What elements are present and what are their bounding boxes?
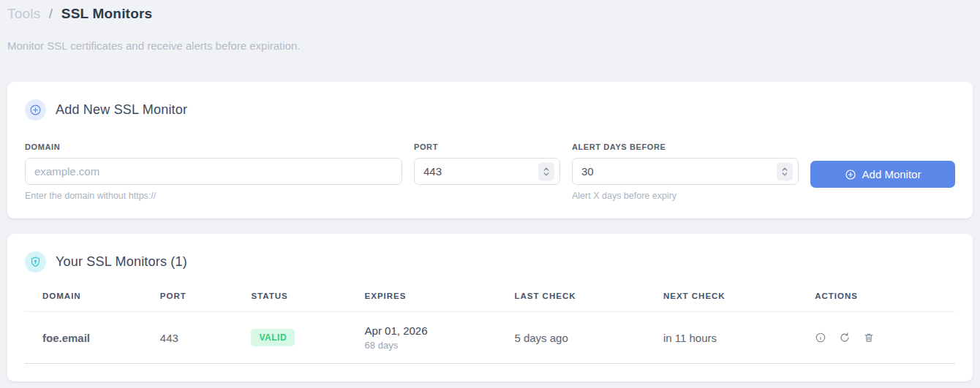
alert-days-label: ALERT DAYS BEFORE — [572, 142, 799, 151]
monitors-card: Your SSL Monitors (1) DOMAIN PORT STATUS… — [7, 234, 973, 381]
port-stepper[interactable] — [538, 162, 554, 180]
add-monitor-button-label: Add Monitor — [862, 168, 921, 180]
monitors-header: Your SSL Monitors (1) — [25, 251, 955, 273]
port-field-group: PORT — [414, 142, 560, 185]
plus-circle-icon — [845, 169, 856, 180]
alert-days-helper-text: Alert X days before expiry — [572, 191, 799, 201]
info-icon — [815, 332, 826, 343]
breadcrumb-tools-link[interactable]: Tools — [7, 6, 40, 21]
add-monitor-form: DOMAIN Enter the domain without https://… — [25, 142, 955, 201]
ssl-monitors-page: Tools / SSL Monitors Monitor SSL certifi… — [0, 0, 980, 381]
breadcrumb: Tools / SSL Monitors — [7, 6, 973, 22]
column-header-domain: DOMAIN — [25, 283, 154, 312]
submit-field-group: Add Monitor — [810, 142, 955, 188]
column-header-port: PORT — [154, 283, 246, 312]
monitor-last-check: 5 days ago — [508, 312, 657, 364]
column-header-actions: ACTIONS — [809, 283, 955, 312]
column-header-next-check: NEXT CHECK — [657, 283, 809, 312]
domain-label: DOMAIN — [25, 142, 402, 151]
domain-helper-text: Enter the domain without https:// — [25, 191, 402, 201]
row-actions — [815, 332, 949, 343]
breadcrumb-separator: / — [49, 6, 53, 21]
port-label: PORT — [414, 142, 560, 151]
table-header-row: DOMAIN PORT STATUS EXPIRES LAST CHECK NE… — [25, 283, 955, 312]
page-subtitle: Monitor SSL certificates and receive ale… — [7, 39, 973, 52]
status-badge: VALID — [251, 329, 295, 346]
refresh-icon — [839, 332, 851, 343]
monitors-title: Your SSL Monitors (1) — [56, 254, 187, 270]
add-monitor-card: Add New SSL Monitor DOMAIN Enter the dom… — [7, 82, 973, 218]
shield-icon — [25, 251, 46, 273]
monitor-expires-days: 68 days — [365, 340, 503, 351]
column-header-expires: EXPIRES — [359, 283, 509, 312]
plus-circle-icon — [25, 99, 46, 121]
add-monitor-header: Add New SSL Monitor — [25, 99, 955, 121]
add-monitor-button[interactable]: Add Monitor — [810, 161, 955, 188]
domain-input[interactable] — [25, 158, 402, 185]
alert-days-input[interactable] — [572, 158, 799, 185]
alert-days-field-group: ALERT DAYS BEFORE Alert X days before ex… — [572, 142, 799, 201]
domain-field-group: DOMAIN Enter the domain without https:// — [25, 142, 402, 201]
page-title: SSL Monitors — [61, 6, 153, 21]
add-monitor-title: Add New SSL Monitor — [56, 102, 187, 118]
monitor-expires-date: Apr 01, 2026 — [365, 324, 503, 337]
monitor-port: 443 — [154, 312, 246, 364]
delete-button[interactable] — [863, 332, 875, 343]
table-row: foe.email 443 VALID Apr 01, 2026 68 days… — [25, 312, 955, 364]
alert-days-stepper[interactable] — [777, 162, 793, 180]
trash-icon — [863, 332, 875, 343]
monitors-table: DOMAIN PORT STATUS EXPIRES LAST CHECK NE… — [25, 283, 955, 364]
column-header-status: STATUS — [245, 283, 358, 312]
monitor-domain: foe.email — [25, 312, 154, 364]
refresh-button[interactable] — [839, 332, 851, 343]
info-button[interactable] — [815, 332, 826, 343]
monitor-next-check: in 11 hours — [657, 312, 809, 364]
column-header-last-check: LAST CHECK — [508, 283, 657, 312]
